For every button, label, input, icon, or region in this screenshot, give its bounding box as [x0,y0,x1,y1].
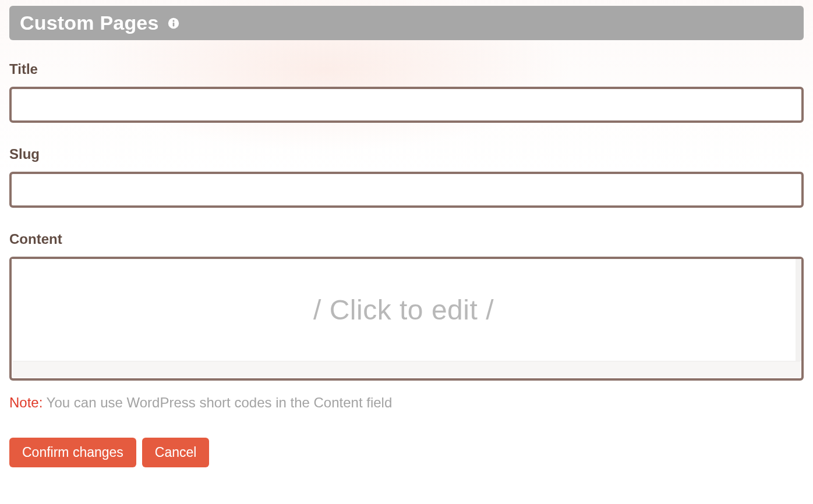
title-label: Title [9,61,804,77]
panel-header: Custom Pages [9,6,804,40]
note-label: Note: [9,395,43,410]
slug-label: Slug [9,146,804,162]
content-field-group: Content / Click to edit / [9,231,804,381]
note-text: You can use WordPress short codes in the… [43,395,392,410]
button-row: Confirm changes Cancel [9,438,804,467]
note-line: Note: You can use WordPress short codes … [9,395,804,411]
content-box: / Click to edit / [9,257,804,381]
slug-field-group: Slug [9,146,804,208]
svg-rect-2 [172,22,174,26]
cancel-button[interactable]: Cancel [142,438,210,467]
info-icon[interactable] [167,17,180,30]
content-editor[interactable]: / Click to edit / [12,259,801,361]
slug-input[interactable] [9,172,804,208]
svg-point-1 [172,20,174,22]
title-input[interactable] [9,87,804,123]
confirm-button[interactable]: Confirm changes [9,438,136,467]
content-label: Content [9,231,804,247]
panel-title: Custom Pages [20,12,159,34]
content-footer-bar [13,361,800,377]
title-field-group: Title [9,61,804,123]
